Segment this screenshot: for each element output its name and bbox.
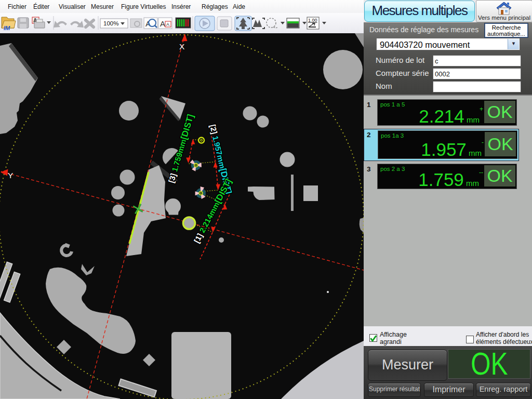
svg-text:X: X: [179, 42, 185, 51]
svg-text:Y: Y: [8, 171, 13, 180]
svg-text:A: A: [160, 19, 165, 28]
svg-text:IM: IM: [4, 25, 10, 31]
svg-text:A: A: [166, 22, 169, 27]
svg-text:[1] 2.214mm[DIST]: [1] 2.214mm[DIST]: [192, 177, 234, 245]
svg-text:1.00: 1.00: [308, 18, 317, 23]
svg-text:100%: 100%: [103, 20, 118, 26]
